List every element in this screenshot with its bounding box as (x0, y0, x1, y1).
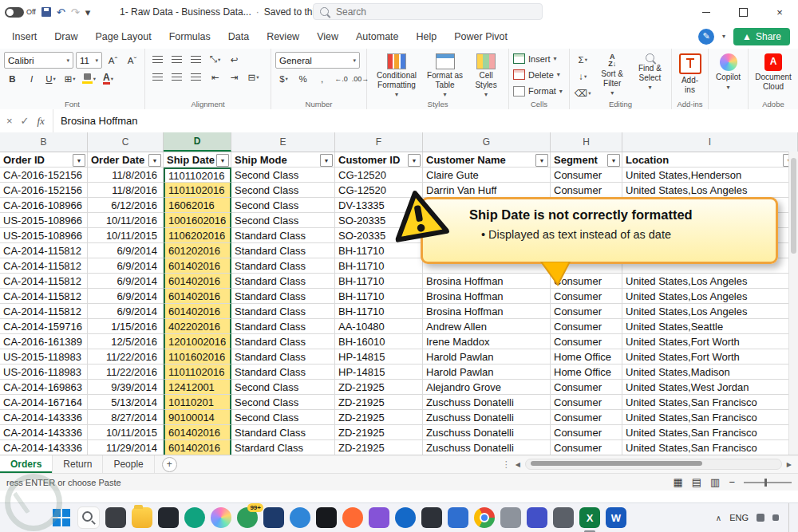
data-cell[interactable]: 6/9/2014 (88, 289, 164, 304)
horizontal-scrollbar[interactable] (525, 459, 782, 470)
ribbon-tab-automate[interactable]: Automate (347, 26, 408, 47)
sheet-tab-people[interactable]: People (103, 455, 154, 473)
cell-styles-button[interactable]: Cell Styles ▾ (468, 52, 504, 98)
undo-icon[interactable]: ↶ (57, 7, 65, 18)
scrollbar-thumb[interactable] (791, 158, 796, 254)
orientation-icon[interactable]: ⤡▾ (207, 52, 223, 67)
vertical-scrollbar[interactable] (788, 152, 798, 455)
column-letter-H[interactable]: H (551, 132, 622, 152)
ribbon-tab-formulas[interactable]: Formulas (160, 26, 219, 47)
data-cell[interactable]: ZD-21925 (335, 425, 423, 440)
data-cell[interactable]: Consumer (551, 319, 622, 334)
insert-cells-button[interactable]: Insert ▾ (513, 52, 565, 65)
app-icon[interactable] (553, 507, 574, 528)
zoom-out-icon[interactable]: − (729, 476, 735, 488)
data-cell[interactable]: 1101102016 (164, 167, 231, 183)
data-cell[interactable]: 402202016 (164, 319, 231, 334)
data-cell[interactable]: CA-2014-115812 (0, 289, 88, 304)
data-cell[interactable]: BH-11710 (335, 258, 423, 274)
percent-icon[interactable]: % (294, 71, 311, 86)
data-cell[interactable]: 601402016 (164, 425, 231, 440)
filter-dropdown-icon[interactable]: ▼ (73, 154, 85, 167)
data-cell[interactable]: Standard Class (231, 258, 335, 274)
data-cell[interactable]: HP-14815 (335, 349, 423, 365)
data-cell[interactable]: CA-2016-108966 (0, 198, 88, 213)
data-cell[interactable]: CA-2016-161389 (0, 334, 88, 349)
data-cell[interactable]: Standard Class (231, 425, 335, 440)
data-cell[interactable]: BH-11710 (335, 274, 423, 289)
data-cell[interactable]: 6/12/2016 (88, 198, 164, 213)
language-indicator[interactable]: ENG (729, 513, 749, 522)
data-cell[interactable]: ZD-21925 (335, 440, 423, 455)
data-cell[interactable]: 11/22/2016 (88, 365, 164, 380)
font-size-combo[interactable]: 11▾ (76, 52, 102, 69)
data-cell[interactable]: Standard Class (231, 228, 335, 243)
data-cell[interactable]: Standard Class (231, 243, 335, 258)
column-letter-D[interactable]: D (164, 132, 231, 152)
data-cell[interactable]: US-2015-118983 (0, 349, 88, 365)
new-sheet-button[interactable]: + (162, 457, 177, 472)
data-cell[interactable]: 16062016 (164, 198, 231, 213)
header-cell[interactable]: Segment▼ (551, 152, 622, 167)
data-cell[interactable]: Zuschuss Donatelli (423, 440, 551, 455)
align-right-icon[interactable] (188, 69, 204, 85)
data-cell[interactable]: 1106202016 (164, 228, 231, 243)
data-cell[interactable]: BH-11710 (335, 289, 423, 304)
minimize-button[interactable] (688, 0, 725, 24)
data-cell[interactable]: Irene Maddox (423, 334, 551, 349)
zoom-slider-thumb[interactable] (764, 479, 767, 487)
data-cell[interactable]: 10/11/2015 (88, 228, 164, 243)
data-cell[interactable]: Harold Pawlan (423, 365, 551, 380)
addins-button[interactable]: Add-ins (676, 52, 704, 96)
ribbon-tab-view[interactable]: View (308, 26, 347, 47)
data-cell[interactable]: 6/9/2014 (88, 258, 164, 274)
column-letter-I[interactable]: I (622, 132, 798, 152)
ribbon-tab-data[interactable]: Data (219, 26, 258, 47)
data-cell[interactable]: Second Class (231, 183, 335, 198)
data-cell[interactable]: Zuschuss Donatelli (423, 410, 551, 425)
data-cell[interactable]: Consumer (551, 167, 622, 183)
data-cell[interactable]: 1201002016 (164, 334, 231, 349)
enter-icon[interactable]: ✓ (21, 115, 30, 127)
data-cell[interactable]: United States,Fort Worth (622, 334, 798, 349)
borders-icon[interactable]: ⊞▾ (61, 71, 78, 86)
align-bottom-icon[interactable] (188, 52, 204, 67)
data-cell[interactable]: Second Class (231, 380, 335, 395)
volume-icon[interactable] (772, 514, 779, 521)
data-cell[interactable]: 1101102016 (164, 183, 231, 198)
data-cell[interactable]: Standard Class (231, 274, 335, 289)
drag-handle-icon[interactable]: ⋮ (502, 459, 511, 470)
editing-mode-icon[interactable]: ✎ (698, 29, 714, 45)
data-cell[interactable]: CA-2014-159716 (0, 319, 88, 334)
wrap-text-icon[interactable]: ↩ (226, 52, 243, 67)
data-cell[interactable]: US-2015-108966 (0, 228, 88, 243)
data-cell[interactable]: CA-2016-152156 (0, 183, 88, 198)
align-top-icon[interactable] (149, 52, 166, 67)
show-desktop-button[interactable] (788, 503, 792, 532)
data-cell[interactable]: CA-2014-115812 (0, 243, 88, 258)
data-cell[interactable]: US-2015-108966 (0, 213, 88, 228)
data-cell[interactable]: United States,San Francisco (622, 425, 798, 440)
data-cell[interactable]: 11/8/2016 (88, 167, 164, 183)
data-cell[interactable]: 1/15/2016 (88, 319, 164, 334)
data-cell[interactable]: CA-2014-143336 (0, 425, 88, 440)
data-cell[interactable]: Consumer (551, 304, 622, 319)
data-cell[interactable]: Standard Class (231, 365, 335, 380)
data-cell[interactable]: CA-2014-169863 (0, 380, 88, 395)
data-cell[interactable]: Zuschuss Donatelli (423, 425, 551, 440)
number-format-combo[interactable]: General▾ (275, 52, 360, 69)
word-icon[interactable]: W (606, 507, 626, 528)
data-cell[interactable]: 601402016 (164, 258, 231, 274)
data-cell[interactable]: 12412001 (164, 380, 231, 395)
search-icon[interactable] (77, 506, 100, 529)
data-cell[interactable]: 12/5/2016 (88, 334, 164, 349)
data-cell[interactable]: 10/11/2015 (88, 425, 164, 440)
data-cell[interactable]: HP-14815 (335, 365, 423, 380)
app-icon[interactable] (263, 507, 284, 528)
sheet-tab-orders[interactable]: Orders (0, 455, 53, 473)
data-cell[interactable]: Standard Class (231, 289, 335, 304)
conditional-formatting-button[interactable]: Conditional Formatting ▾ (371, 52, 422, 98)
app-icon[interactable] (316, 507, 337, 528)
filter-dropdown-icon[interactable]: ▼ (320, 154, 333, 167)
data-cell[interactable]: 5/13/2014 (88, 395, 164, 410)
